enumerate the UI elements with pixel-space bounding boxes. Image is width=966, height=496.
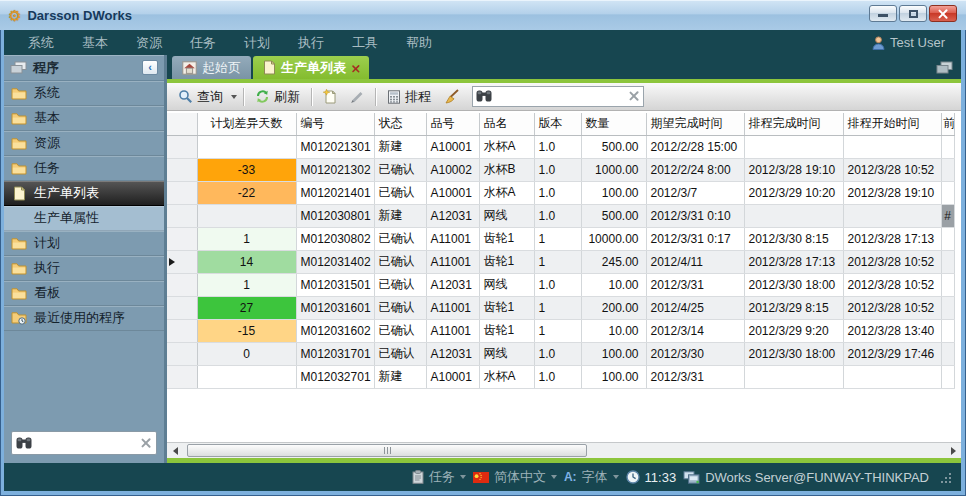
schedule-button[interactable]: 排程 — [382, 86, 436, 108]
row-gutter[interactable] — [167, 135, 197, 158]
row-gutter[interactable] — [167, 296, 197, 319]
refresh-button[interactable]: 刷新 — [250, 86, 305, 108]
menu-item[interactable]: 资源 — [122, 31, 176, 55]
clock-status[interactable]: 11:33 — [626, 470, 677, 485]
scroll-right-button[interactable] — [945, 443, 961, 458]
cell-due: 2012/4/11 — [646, 250, 744, 273]
menu-item[interactable]: 计划 — [230, 31, 284, 55]
sidebar-item[interactable]: 最近使用的程序 — [4, 306, 164, 331]
scroll-left-button[interactable] — [167, 443, 183, 458]
title-bar[interactable]: ⚙ Darsson DWorks — [0, 0, 966, 30]
cell-qty: 500.00 — [581, 204, 646, 227]
row-gutter[interactable] — [167, 158, 197, 181]
column-header[interactable]: 排程开始时间 — [843, 113, 941, 135]
sidebar-item[interactable]: 系统 — [4, 81, 164, 106]
menu-item[interactable]: 系统 — [14, 31, 68, 55]
table-row[interactable]: 0M012031701已确认A12031网线1.0100.002012/3/30… — [167, 342, 954, 365]
cell-item-name: 齿轮1 — [479, 227, 534, 250]
cell-code: M012021401 — [296, 181, 374, 204]
row-gutter[interactable] — [167, 227, 197, 250]
tab[interactable]: 起始页 — [172, 56, 251, 79]
sidebar-collapse-button[interactable]: ‹ — [142, 60, 158, 75]
column-header[interactable]: 计划差异天数 — [197, 113, 296, 135]
tasks-dropdown[interactable]: 任务 — [412, 468, 466, 486]
column-header[interactable]: 版本 — [534, 113, 581, 135]
column-header-partial[interactable]: 前 — [941, 113, 954, 135]
column-header[interactable]: 排程完成时间 — [744, 113, 843, 135]
restore-button[interactable] — [899, 5, 927, 22]
menu-item[interactable]: 执行 — [284, 31, 338, 55]
query-dropdown-icon[interactable] — [231, 95, 237, 99]
row-gutter[interactable] — [167, 204, 197, 227]
table-row[interactable]: M012032701新建A10001水杯A1.0100.002012/3/31 — [167, 365, 954, 388]
table-row[interactable]: -15M012031602已确认A11001齿轮1110.002012/3/14… — [167, 319, 954, 342]
table-row[interactable]: 1M012031501已确认A12031网线1.010.002012/3/312… — [167, 273, 954, 296]
sidebar-item[interactable]: 基本 — [4, 106, 164, 131]
menu-item[interactable]: 工具 — [338, 31, 392, 55]
sidebar-item[interactable]: 生产单列表 — [4, 181, 164, 206]
cell-item-name: 齿轮1 — [479, 319, 534, 342]
tab-close-icon[interactable] — [352, 64, 358, 70]
column-header[interactable]: 状态 — [374, 113, 426, 135]
column-header[interactable]: 编号 — [296, 113, 374, 135]
app-gear-icon: ⚙ — [8, 8, 21, 23]
sidebar-item[interactable]: 任务 — [4, 156, 164, 181]
row-gutter[interactable] — [167, 342, 197, 365]
row-gutter[interactable] — [167, 319, 197, 342]
sidebar-item[interactable]: 生产单属性 — [4, 206, 164, 231]
column-header[interactable]: 期望完成时间 — [646, 113, 744, 135]
menu-item[interactable]: 任务 — [176, 31, 230, 55]
menu-item[interactable]: 基本 — [68, 31, 122, 55]
cell-code: M012031601 — [296, 296, 374, 319]
toolbar-search-clear-icon[interactable] — [629, 91, 639, 101]
server-status[interactable]: DWorks Server@FUNWAY-THINKPAD — [683, 470, 929, 485]
edit-button[interactable] — [345, 88, 369, 106]
table-row[interactable]: 1M012030802已确认A11001齿轮1110000.002012/3/3… — [167, 227, 954, 250]
column-header[interactable]: 品名 — [479, 113, 534, 135]
toolbar-search-input[interactable] — [472, 86, 644, 107]
menu-item[interactable]: 帮助 — [392, 31, 446, 55]
tab-list-icon[interactable] — [936, 61, 953, 74]
table-row[interactable]: M012021301新建A10001水杯A1.0500.002012/2/28 … — [167, 135, 954, 158]
table-row[interactable]: 27M012031601已确认A11001齿轮11200.002012/4/25… — [167, 296, 954, 319]
table-row[interactable]: 14M012031402已确认A11001齿轮11245.002012/4/11… — [167, 250, 954, 273]
sidebar-search-clear-icon[interactable] — [141, 438, 151, 448]
cell-edge — [941, 319, 954, 342]
sidebar-item[interactable]: 看板 — [4, 281, 164, 306]
cell-due: 2012/3/14 — [646, 319, 744, 342]
cell-item-no: A11001 — [426, 250, 479, 273]
minimize-button[interactable] — [869, 5, 897, 22]
cell-status: 新建 — [374, 135, 426, 158]
scrollbar-thumb[interactable] — [187, 444, 587, 457]
close-button[interactable] — [929, 5, 957, 22]
font-dropdown[interactable]: A: 字体 — [564, 468, 619, 486]
table-row[interactable]: -33M012021302已确认A10002水杯B1.01000.002012/… — [167, 158, 954, 181]
language-dropdown[interactable]: 简体中文 — [473, 468, 557, 486]
scrollbar-track[interactable] — [183, 443, 945, 458]
query-button[interactable]: 查询 — [173, 86, 228, 108]
row-gutter[interactable] — [167, 181, 197, 204]
row-gutter[interactable] — [167, 273, 197, 296]
table-row[interactable]: -22M012021401已确认A10001水杯A1.0100.002012/3… — [167, 181, 954, 204]
clean-button[interactable] — [439, 87, 465, 106]
sidebar-search-input[interactable] — [11, 431, 157, 455]
cell-sched-end — [744, 365, 843, 388]
row-gutter[interactable] — [167, 250, 197, 273]
production-order-table: 计划差异天数编号状态品号品名版本数量期望完成时间排程完成时间排程开始时间前 M0… — [167, 113, 955, 389]
current-user[interactable]: Test User — [872, 35, 951, 50]
column-header[interactable]: 品号 — [426, 113, 479, 135]
cell-diff-days: 1 — [197, 227, 296, 250]
sidebar-item[interactable]: 执行 — [4, 256, 164, 281]
status-time: 11:33 — [645, 470, 677, 485]
table-row[interactable]: M012030801新建A12031网线1.0500.002012/3/31 0… — [167, 204, 954, 227]
sidebar-item[interactable]: 计划 — [4, 231, 164, 256]
new-button[interactable] — [318, 87, 342, 106]
arrow-right-icon — [951, 447, 956, 455]
resize-grip[interactable] — [940, 472, 951, 483]
row-gutter[interactable] — [167, 365, 197, 388]
cell-diff-days — [197, 204, 296, 227]
tab[interactable]: 生产单列表 — [253, 56, 369, 79]
column-header[interactable]: 数量 — [581, 113, 646, 135]
tasks-label: 任务 — [429, 468, 455, 486]
sidebar-item[interactable]: 资源 — [4, 131, 164, 156]
